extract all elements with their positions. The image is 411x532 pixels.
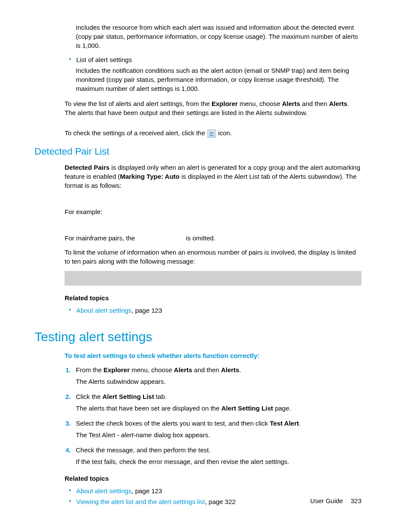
alerts-submenu: Alerts [221,366,240,373]
bullet-icon: • [69,55,71,64]
related-topics-heading: Related topics [65,293,361,302]
about-alert-settings-link[interactable]: About alert settings [76,487,131,495]
page-number: 323 [351,497,361,504]
step-2-result: The alerts that have been set are displa… [76,404,361,413]
footer-label: User Guide [310,497,343,504]
marking-type-term: Marking Type: Auto [120,173,179,180]
bullet-icon: • [69,306,71,315]
step-number: 3. [65,419,76,428]
test-alert-button: Test Alert [270,420,299,427]
explorer-menu: Explorer [212,100,238,107]
step-4: 4. Check the message, and then perform t… [65,445,361,454]
list-item: • List of alert settings [69,55,361,64]
related-item: • About alert settings, page 123 [69,486,361,495]
alert-setting-list-page: Alert Setting List [221,404,273,412]
alerts-menu: Alerts [282,100,300,107]
message-placeholder [65,271,361,286]
detected-pair-list-heading: Detected Pair List [34,145,361,159]
explorer-menu: Explorer [103,366,130,373]
alert-name-placeholder: alert-name [121,431,152,439]
related-item: • About alert settings, page 123 [69,306,361,315]
alerts-menu: Alerts [174,366,193,373]
bullet-label: List of alert settings [76,55,361,64]
page-content: Includes the resource from which each al… [0,0,411,506]
alert-setting-list-tab: Alert Setting List [103,393,154,400]
page-footer: User Guide323 [310,496,361,505]
detected-pairs-desc: Detected Pairs is displayed only when an… [65,163,361,190]
step-3-result: The Test Alert - alert-name dialog box a… [76,430,361,439]
step-3: 3. Select the check boxes of the alerts … [65,419,361,428]
related-topics-heading: Related topics [65,474,361,483]
viewing-alert-list-link[interactable]: Viewing the alert list and the alert set… [76,498,205,505]
procedure-intro: To test alert settings to check whether … [65,351,361,360]
view-instructions: To view the list of alerts and alert set… [65,99,361,117]
about-alert-settings-link[interactable]: About alert settings [76,307,131,314]
step-1-result: The Alerts subwindow appears. [76,377,361,386]
step-number: 4. [65,445,76,454]
step-number: 1. [65,365,76,374]
bullet-description: Includes the notification conditions suc… [76,66,361,93]
check-settings-instruction: To check the settings of a received aler… [65,128,361,137]
detected-pairs-term: Detected Pairs [65,164,109,171]
for-example: For example: [65,207,361,216]
step-number: 2. [65,392,76,401]
note-icon [208,130,215,137]
alerts-submenu: Alerts [329,100,348,107]
step-4-result: If the test fails, check the error messa… [76,457,361,466]
alert-list-desc: Includes the resource from which each al… [76,23,361,50]
bullet-icon: • [69,497,71,506]
limit-note: To limit the volume of information when … [65,248,361,266]
step-2: 2. Click the Alert Setting List tab. [65,392,361,401]
mainframe-note: For mainframe pairs, the is omitted. [65,233,361,243]
bullet-icon: • [69,486,71,495]
step-1: 1. From the Explorer menu, choose Alerts… [65,365,361,374]
testing-alert-settings-heading: Testing alert settings [34,328,361,346]
